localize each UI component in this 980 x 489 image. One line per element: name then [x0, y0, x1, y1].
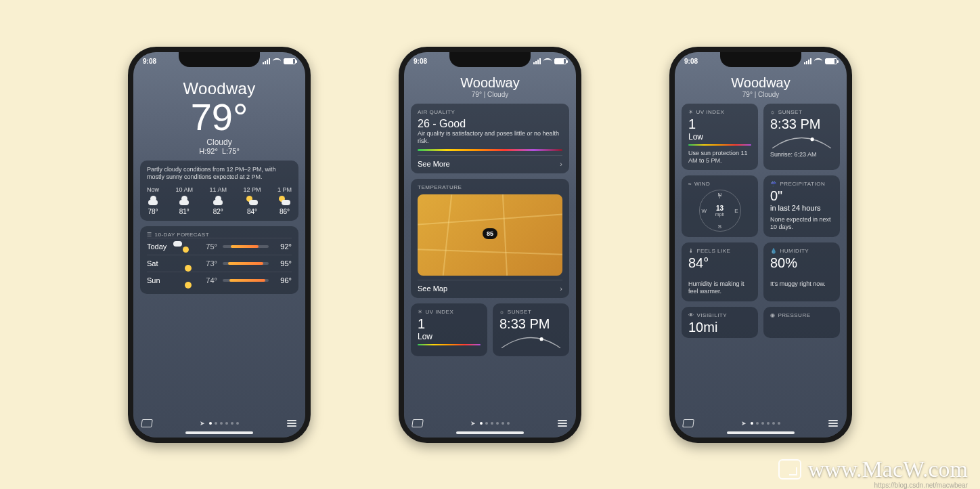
map-button[interactable]	[682, 417, 695, 430]
map-icon	[411, 419, 424, 427]
hour-label: 12 PM	[243, 186, 261, 193]
sunset-card[interactable]: ☼ SUNSET 8:33 PM	[493, 303, 569, 356]
cloud-icon	[147, 196, 159, 205]
humidity-card[interactable]: 💧 HUMIDITY 80% It's muggy right now.	[763, 242, 840, 301]
battery-icon	[284, 58, 296, 64]
hour-label: 1 PM	[277, 186, 292, 193]
home-indicator[interactable]	[185, 431, 253, 434]
forecast-lo: 73°	[200, 259, 217, 268]
hourly-card[interactable]: Partly cloudy conditions from 12 PM–2 PM…	[140, 161, 298, 221]
uv-index-card[interactable]: ☀ UV INDEX 1 Low	[411, 303, 487, 356]
aqi-description: Air quality is satisfactory and poses li…	[418, 130, 562, 146]
hour-col: 12 PM 84°	[243, 186, 261, 215]
see-more-link[interactable]: See More ›	[418, 155, 562, 168]
wind-card[interactable]: ≈ WIND ↑ N S W E 13mph	[682, 175, 758, 237]
forecast-row[interactable]: Today 75° 92°	[147, 238, 292, 255]
wind-unit: mph	[715, 212, 725, 217]
forecast-day: Today	[147, 242, 177, 251]
location-arrow-icon: ➤	[200, 420, 205, 427]
phone-1: 9:08 Woodway 79° Cloudy H:92° L:75°	[128, 47, 311, 443]
list-icon	[287, 420, 296, 427]
map-icon	[141, 419, 153, 427]
wifi-icon	[814, 58, 822, 64]
forecast-row[interactable]: Sat 73° 95°	[147, 255, 292, 272]
pressure-title: ◉ PRESSURE	[770, 312, 833, 318]
phone-3: 9:08 Woodway 79° | Cloudy ☀ UV INDEX 1	[669, 47, 852, 443]
page-dots[interactable]: ➤	[741, 420, 780, 427]
notch	[179, 52, 260, 67]
list-icon	[828, 420, 838, 427]
humidity-note: It's muggy right now.	[770, 280, 833, 288]
home-indicator[interactable]	[727, 431, 795, 434]
ten-day-card[interactable]: ☰ 10-DAY FORECAST Today 75° 92° Sat 73°	[140, 226, 298, 294]
uv-level: Low	[688, 132, 751, 142]
forecast-title: ☰ 10-DAY FORECAST	[147, 232, 292, 238]
hour-label: Now	[147, 186, 159, 193]
air-quality-card[interactable]: AIR QUALITY 26 - Good Air quality is sat…	[411, 104, 569, 174]
forecast-lo: 74°	[200, 276, 217, 284]
notch	[449, 52, 531, 67]
map-button[interactable]	[411, 417, 424, 430]
temperature-map[interactable]: 85	[418, 194, 562, 276]
uv-index-card[interactable]: ☀ UV INDEX 1 Low Use sun protection 11 A…	[682, 104, 758, 171]
temp-range-bar	[223, 279, 269, 282]
location-arrow-icon: ➤	[741, 420, 747, 427]
see-map-link[interactable]: See Map ›	[418, 280, 562, 293]
locations-list-button[interactable]	[285, 417, 298, 430]
page-dots[interactable]: ➤	[470, 420, 510, 427]
page-dots[interactable]: ➤	[200, 420, 239, 427]
chevron-right-icon: ›	[560, 284, 562, 293]
humidity-value: 80%	[770, 255, 833, 271]
map-button[interactable]	[140, 417, 154, 430]
watermark-small: https://blog.csdn.net/macwbear	[874, 482, 968, 489]
hour-temp: 78°	[148, 208, 158, 215]
locations-list-button[interactable]	[826, 417, 840, 430]
list-icon	[558, 420, 567, 427]
weather-screen-tiles: 9:08 Woodway 79° | Cloudy ☀ UV INDEX 1	[675, 52, 847, 438]
current-temp: 79°	[140, 98, 298, 136]
visibility-title: 👁 VISIBILITY	[688, 312, 751, 318]
signal-icon	[533, 58, 541, 64]
forecast-row[interactable]: Sun 74° 96°	[147, 272, 292, 289]
hi-lo: H:92° L:75°	[140, 147, 298, 155]
aqi-title: AIR QUALITY	[418, 109, 562, 115]
feels-note: Humidity is making it feel warmer.	[688, 280, 751, 296]
forecast-lo: 75°	[200, 242, 217, 251]
status-time: 9:08	[414, 58, 427, 65]
sunset-title: ☼ SUNSET	[770, 109, 833, 115]
precipitation-card[interactable]: ☔ PRECIPITATION 0" in last 24 hours None…	[763, 175, 840, 237]
forecast-hi: 92°	[274, 242, 292, 251]
wifi-icon	[543, 58, 552, 64]
temperature-map-card[interactable]: TEMPERATURE 85 See Map ›	[411, 179, 569, 298]
feels-like-card[interactable]: 🌡 FEELS LIKE 84° Humidity is making it f…	[682, 242, 758, 301]
low-temp: L:75°	[222, 147, 240, 155]
cloud-icon	[212, 196, 224, 205]
high-temp: H:92°	[199, 147, 218, 155]
sunset-card[interactable]: ☼ SUNSET 8:33 PM Sunrise: 6:23 AM	[763, 104, 840, 171]
location-arrow-icon: ➤	[470, 420, 476, 427]
uv-scale	[688, 144, 751, 146]
city-subtitle: 79° | Cloudy	[411, 91, 569, 98]
visibility-card[interactable]: 👁 VISIBILITY 10mi	[682, 307, 758, 338]
pressure-card[interactable]: ◉ PRESSURE	[763, 307, 840, 338]
sunrise-note: Sunrise: 6:23 AM	[770, 151, 833, 158]
sunset-value: 8:33 PM	[499, 316, 562, 332]
notch	[720, 52, 801, 67]
signal-icon	[804, 58, 811, 64]
weather-screen-main: 9:08 Woodway 79° Cloudy H:92° L:75°	[133, 52, 305, 438]
current-condition: Cloudy	[140, 137, 298, 147]
tab-bar: ➤	[140, 416, 298, 431]
hour-temp: 86°	[280, 208, 290, 215]
humidity-title: 💧 HUMIDITY	[770, 248, 833, 254]
svg-point-0	[540, 337, 543, 341]
svg-point-1	[811, 137, 814, 141]
home-indicator[interactable]	[456, 431, 524, 434]
city-subtitle: 79° | Cloudy	[682, 91, 840, 98]
forecast-day: Sat	[147, 259, 177, 268]
wind-speed: 13	[716, 205, 723, 212]
hour-label: 10 AM	[175, 186, 193, 193]
uv-note: Use sun protection 11 AM to 5 PM.	[688, 150, 751, 165]
forecast-hi: 96°	[274, 276, 292, 284]
locations-list-button[interactable]	[556, 417, 569, 430]
precip-note: None expected in next 10 days.	[770, 216, 833, 232]
